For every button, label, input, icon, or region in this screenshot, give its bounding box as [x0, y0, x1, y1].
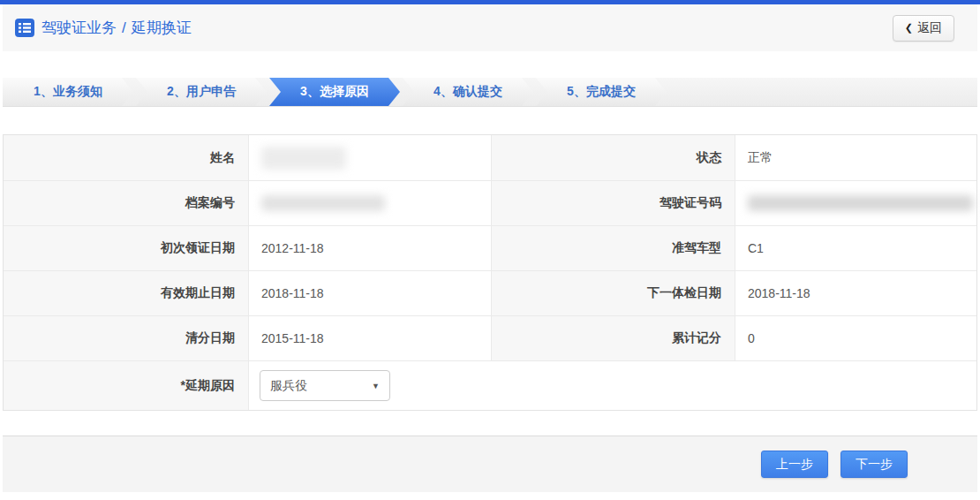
breadcrumb-sub: 延期换证 — [132, 18, 192, 38]
page-header: 驾驶证业务 / 延期换证 ❮ 返回 — [3, 4, 977, 51]
redacted-license-number-value — [748, 195, 973, 211]
extension-reason-selected-value: 服兵役 — [270, 378, 307, 394]
back-button-label: 返回 — [917, 20, 942, 36]
status-label: 状态 — [491, 135, 735, 180]
tab-step-2[interactable]: 2、用户申告 — [136, 78, 267, 106]
tab-step-5[interactable]: 5、完成提交 — [536, 78, 667, 106]
vehicle-class-label: 准驾车型 — [491, 226, 735, 270]
points-clear-date-label: 清分日期 — [4, 316, 248, 360]
extension-reason-select[interactable]: 服兵役 ▼ — [260, 370, 390, 401]
vehicle-class-value: C1 — [735, 226, 976, 270]
expiry-date-value: 2018-11-18 — [248, 271, 491, 315]
first-issue-date-value: 2012-11-18 — [248, 226, 491, 270]
status-value: 正常 — [735, 135, 976, 180]
accumulated-points-label: 累计记分 — [491, 316, 735, 360]
table-row: 有效期止日期 2018-11-18 下一体检日期 2018-11-18 — [4, 270, 976, 315]
table-row-reason: *延期原因 服兵役 ▼ — [4, 360, 976, 410]
redacted-file-number-value — [261, 195, 385, 211]
license-number-label: 驾驶证号码 — [491, 181, 735, 225]
expiry-date-label: 有效期止日期 — [4, 271, 248, 315]
tab-step-1[interactable]: 1、业务须知 — [3, 78, 133, 106]
extension-reason-label: *延期原因 — [4, 361, 248, 410]
tab-step-4[interactable]: 4、确认提交 — [403, 78, 533, 106]
accumulated-points-value: 0 — [735, 316, 976, 360]
tab-step-3[interactable]: 3、选择原因 — [269, 78, 400, 106]
license-number-value — [735, 181, 976, 225]
caret-down-icon: ▼ — [372, 382, 380, 390]
license-info-table: 姓名 状态 正常 档案编号 驾驶证号码 初次领证日期 2012-11-18 准驾… — [3, 134, 977, 411]
step-tabs: 1、业务须知 2、用户申告 3、选择原因 4、确认提交 5、完成提交 — [3, 78, 977, 107]
name-value — [248, 135, 491, 180]
first-issue-date-label: 初次领证日期 — [4, 226, 248, 270]
table-row: 档案编号 驾驶证号码 — [4, 180, 976, 225]
list-icon — [15, 19, 34, 37]
table-row: 清分日期 2015-11-18 累计记分 0 — [4, 315, 976, 360]
points-clear-date-value: 2015-11-18 — [248, 316, 491, 360]
next-step-button[interactable]: 下一步 — [841, 451, 908, 478]
breadcrumb-separator: / — [122, 19, 126, 37]
table-row: 初次领证日期 2012-11-18 准驾车型 C1 — [4, 225, 976, 270]
next-physical-date-label: 下一体检日期 — [491, 271, 735, 315]
table-row: 姓名 状态 正常 — [4, 135, 976, 180]
next-physical-date-value: 2018-11-18 — [735, 271, 976, 315]
name-label: 姓名 — [4, 135, 248, 180]
redacted-name-value — [261, 147, 346, 170]
breadcrumb-main: 驾驶证业务 — [41, 18, 117, 38]
back-button[interactable]: ❮ 返回 — [893, 15, 954, 42]
breadcrumb: 驾驶证业务 / 延期换证 — [15, 18, 192, 38]
footer-bar: 上一步 下一步 — [3, 436, 977, 492]
file-number-value — [248, 181, 491, 225]
extension-reason-cell: 服兵役 ▼ — [248, 361, 976, 410]
prev-step-button[interactable]: 上一步 — [761, 451, 828, 478]
chevron-left-icon: ❮ — [905, 22, 913, 34]
file-number-label: 档案编号 — [4, 181, 248, 225]
